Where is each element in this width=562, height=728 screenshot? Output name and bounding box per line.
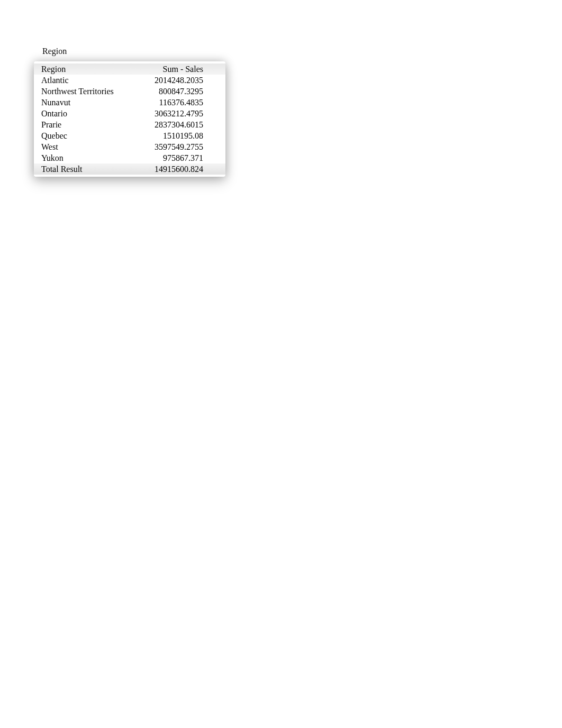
page-title: Region <box>42 47 67 56</box>
cell-value: 2837304.6015 <box>142 119 225 130</box>
table-footer-row: Total Result 14915600.824 <box>34 163 225 175</box>
cell-region: West <box>34 141 142 152</box>
cell-region: Ontario <box>34 108 142 119</box>
table-row: West 3597549.2755 <box>34 141 225 152</box>
cell-region: Prarie <box>34 119 142 130</box>
table-row: Northwest Territories 800847.3295 <box>34 86 225 97</box>
table-header-row: Region Sum - Sales <box>34 63 225 75</box>
cell-value: 3063212.4795 <box>142 108 225 119</box>
header-value: Sum - Sales <box>142 63 225 75</box>
cell-value: 2014248.2035 <box>142 75 225 86</box>
header-region: Region <box>34 63 142 75</box>
pivot-table-grid: Region Sum - Sales Atlantic 2014248.2035… <box>34 63 225 175</box>
pivot-table: Region Sum - Sales Atlantic 2014248.2035… <box>34 61 225 177</box>
table-row: Prarie 2837304.6015 <box>34 119 225 130</box>
cell-value: 1510195.08 <box>142 130 225 141</box>
cell-value: 116376.4835 <box>142 97 225 108</box>
footer-value: 14915600.824 <box>142 163 225 175</box>
cell-region: Atlantic <box>34 75 142 86</box>
table-row: Atlantic 2014248.2035 <box>34 75 225 86</box>
table-row: Ontario 3063212.4795 <box>34 108 225 119</box>
table-row: Quebec 1510195.08 <box>34 130 225 141</box>
cell-value: 800847.3295 <box>142 86 225 97</box>
cell-region: Northwest Territories <box>34 86 142 97</box>
footer-region: Total Result <box>34 163 142 175</box>
table-row: Yukon 975867.371 <box>34 152 225 163</box>
table-row: Nunavut 116376.4835 <box>34 97 225 108</box>
cell-value: 3597549.2755 <box>142 141 225 152</box>
cell-value: 975867.371 <box>142 152 225 163</box>
cell-region: Yukon <box>34 152 142 163</box>
cell-region: Quebec <box>34 130 142 141</box>
cell-region: Nunavut <box>34 97 142 108</box>
page: Region Region Sum - Sales Atlantic 20142… <box>0 0 562 728</box>
